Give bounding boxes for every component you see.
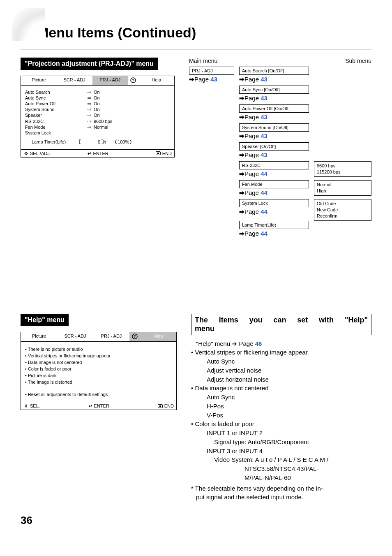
help-content-line: INPUT 1 or INPUT 2 (191, 429, 371, 438)
page-ref: ➡Page 43 (239, 76, 309, 83)
osd-item[interactable]: System Lock (25, 130, 170, 135)
page-ref: ➡Page 43 (189, 76, 234, 83)
osd-tab-qmark[interactable]: ? (128, 76, 138, 85)
osd-foot-enter: ENTER (85, 150, 139, 157)
osd-item[interactable]: System Sound⇨On (25, 107, 170, 112)
page-ref: ➡Page 43 (239, 114, 309, 121)
svg-text:?: ? (132, 78, 135, 82)
help-list-reset[interactable]: • Reset all adjustments to default setti… (25, 392, 172, 397)
help-content-line: Adjust vertical noise (191, 366, 371, 375)
main-menu-label: Main menu (189, 58, 217, 64)
help-content-line: • Vertical stripes or flickering image a… (191, 348, 371, 357)
help-content-line: M/PAL-N/PAL-60 (191, 473, 371, 482)
osd-item[interactable]: RS-232C⇨9600 bps (25, 119, 170, 124)
osd-lamp-timer: Lamp Timer(Life)0h100% (32, 139, 170, 144)
help-list-item[interactable]: • Vertical stripes or flickering image a… (25, 353, 172, 358)
section-heading-prjadj: "Projection adjustment (PRJ-ADJ)" menu (21, 58, 158, 70)
osd-tab-scr[interactable]: SCR - ADJ (57, 76, 92, 85)
page-ref: ➡Page 43 (239, 95, 309, 102)
osd-item[interactable]: Auto Search⇨On (25, 90, 170, 95)
help-content-line: • Data image is not centered (191, 384, 371, 393)
help-content-line: INPUT 3 or INPUT 4 (191, 447, 371, 456)
help-list-item[interactable]: • Picture is dark (25, 373, 172, 378)
tree-sub-node: Old CodeNew CodeReconfirm (314, 199, 371, 221)
section-heading-help: "Help" menu (21, 314, 69, 326)
page-ref: ➡Page 43 (239, 151, 309, 159)
help-menu: Picture SCR - ADJ PRJ - ADJ ? Help • The… (21, 332, 177, 410)
tree-node: Speaker [On/Off] (239, 142, 309, 151)
osd-foot-sel: ⇕SEL. (21, 402, 86, 410)
page-title: Menu Items (Continued) (37, 25, 371, 41)
osd-tab-prj[interactable]: PRJ - ADJ (92, 76, 128, 85)
svg-text:?: ? (134, 334, 136, 338)
osd-tab-prj[interactable]: PRJ - ADJ (93, 332, 129, 341)
sub-menu-label: Sub menu (345, 58, 371, 64)
help-list-item[interactable]: • The image is distorted (25, 380, 172, 385)
tree-node: RS-232C (239, 161, 309, 169)
help-list-item[interactable]: • Data image is not centered (25, 360, 172, 365)
page-ref: ➡Page 43 (239, 132, 309, 140)
help-list-item[interactable]: • Color is faded or poor (25, 366, 172, 371)
osd-item[interactable]: Speaker⇨On (25, 113, 170, 118)
tree-node: Auto Power Off [On/Off] (239, 104, 309, 113)
osd-tab-picture[interactable]: Picture (21, 332, 57, 341)
tree-node: System Lock (239, 199, 309, 207)
page-number: 36 (21, 514, 371, 527)
help-list-item[interactable]: • There is no picture or audio (25, 347, 172, 352)
help-content-line: Auto Sync (191, 357, 371, 366)
tree-sub-node: NormalHigh (314, 180, 371, 196)
help-icon: ? (132, 334, 138, 339)
help-content-line: V-Pos (191, 411, 371, 420)
help-content-line: • Color is faded or poor (191, 419, 371, 429)
page-ref: ➡Page 44 (239, 170, 309, 178)
osd-tab-picture[interactable]: Picture (21, 76, 57, 85)
osd-foot-end: END (141, 402, 176, 410)
help-icon: ? (130, 77, 136, 83)
osd-tab-qmark[interactable]: ? (129, 332, 140, 341)
osd-tab-help[interactable]: Help (138, 76, 174, 85)
tree-node: Fan Mode (239, 180, 309, 188)
osd-tab-scr[interactable]: SCR - ADJ (57, 332, 93, 341)
osd-item[interactable]: Auto Power Off⇨On (25, 101, 170, 106)
osd-foot-sel: ✥SEL./ADJ. (21, 150, 85, 157)
tree-node: Auto Search [On/Off] (239, 67, 309, 75)
osd-foot-end: END (140, 150, 174, 157)
help-content-line: Auto Sync (191, 393, 371, 402)
osd-item[interactable]: Auto Sync⇨On (25, 95, 170, 100)
title-rule (21, 49, 371, 49)
prjadj-menu: Picture SCR - ADJ PRJ - ADJ ? Help Auto … (21, 76, 175, 158)
tree-node: Lamp Timer(Life) (239, 221, 309, 229)
help-content-line: Video System: A u t o / P A L / S E C A … (191, 455, 371, 464)
help-content-line: Adjust horizontal noise (191, 375, 371, 384)
tree-node: Auto Sync [On/Off] (239, 86, 309, 94)
osd-item[interactable]: Fan Mode⇨Normal (25, 125, 170, 130)
corner-decoration (12, 8, 45, 41)
osd-foot-enter: ENTER (86, 402, 141, 410)
help-items-title: The items you can set with "Help" menu (191, 314, 371, 335)
help-content-line: Signal type: Auto/RGB/Component (191, 438, 371, 447)
help-content-line: NTSC3.58/NTSC4.43/PAL- (191, 464, 371, 473)
page-ref: ➡Page 44 (239, 189, 309, 197)
tree-root-box: PRJ - ADJ (189, 67, 234, 75)
osd-tab-help[interactable]: Help (140, 332, 176, 341)
tree-node: System Sound [On/Off] (239, 123, 309, 132)
tree-sub-node: 9600 bps115200 bps (314, 161, 371, 177)
help-content-line: H-Pos (191, 402, 371, 411)
help-items-body: "Help" menu ➔ Page 46 • Vertical stripes… (191, 339, 371, 502)
page-ref: ➡Page 44 (239, 230, 309, 237)
page-ref: ➡Page 44 (239, 208, 309, 215)
